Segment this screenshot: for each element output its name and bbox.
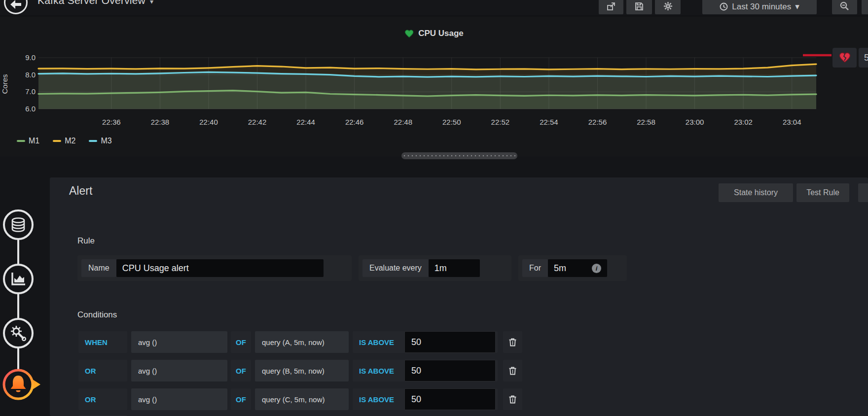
gear-wrench-icon [9, 324, 27, 342]
condition-of-label[interactable]: OF [231, 360, 251, 381]
legend-item-M2[interactable]: M2 [53, 137, 75, 145]
legend-label: M3 [101, 137, 111, 145]
series-line-M2 [38, 64, 816, 69]
alert-name-input[interactable]: CPU Usage alert [116, 259, 324, 277]
condition-threshold-input[interactable]: 50 [404, 360, 496, 381]
evaluate-every-input[interactable]: 1m [429, 259, 480, 277]
panel-title-text: CPU Usage [418, 29, 464, 38]
for-input[interactable]: 5m i [548, 259, 607, 277]
x-axis-tick: 22:40 [199, 118, 218, 126]
time-range-label: Last 30 minutes [732, 2, 791, 12]
y-axis-tick: 8.0 [13, 70, 36, 79]
dashboard-settings-button[interactable] [655, 0, 681, 14]
share-icon [607, 2, 615, 11]
legend-item-M3[interactable]: M3 [89, 137, 111, 145]
x-axis-tick: 22:52 [491, 118, 510, 126]
database-icon [10, 217, 27, 233]
sidebar-connector-line [17, 225, 19, 385]
legend-label: M2 [65, 137, 75, 145]
evaluate-every-label: Evaluate every [362, 259, 429, 277]
info-icon[interactable]: i [592, 264, 601, 273]
y-axis-tick: 7.0 [13, 87, 36, 96]
alert-threshold-value: 50 [859, 48, 868, 68]
name-label: Name [81, 259, 116, 277]
x-axis-tick: 23:04 [783, 118, 801, 126]
x-axis-tick: 22:38 [151, 118, 170, 126]
delete-button[interactable]: Delete [858, 183, 868, 202]
chart-legend: M1M2M3 [17, 137, 112, 145]
x-axis-tick: 23:02 [734, 118, 753, 126]
x-axis-tick: 23:00 [686, 118, 704, 126]
panel-resize-handle[interactable] [401, 152, 517, 159]
gear-icon [663, 1, 673, 11]
alert-section-title: Alert [69, 184, 92, 198]
panel-header[interactable]: CPU Usage [404, 29, 464, 38]
legend-swatch [89, 140, 97, 142]
state-history-button[interactable]: State history [719, 183, 793, 202]
condition-of-label[interactable]: OF [231, 388, 251, 410]
legend-swatch [53, 140, 61, 142]
back-arrow-icon [10, 0, 21, 9]
condition-operator[interactable]: IS ABOVE [353, 367, 404, 375]
share-button[interactable] [599, 0, 623, 14]
tab-queries[interactable] [3, 209, 34, 240]
visualization-graph-icon [10, 272, 26, 286]
alert-threshold-handle[interactable] [832, 48, 857, 68]
condition-aggregation-dropdown[interactable]: avg () [131, 360, 227, 381]
x-axis-tick: 22:48 [394, 118, 412, 126]
condition-threshold-input[interactable]: 50 [404, 331, 496, 353]
condition-keyword[interactable]: OR [78, 388, 127, 410]
y-axis-tick: 9.0 [13, 53, 36, 62]
refresh-button[interactable] [862, 0, 868, 14]
x-axis-tick: 22:42 [248, 118, 267, 126]
condition-query-dropdown[interactable]: query (B, 5m, now) [255, 360, 349, 381]
x-axis-tick: 22:50 [442, 118, 461, 126]
tab-visualization[interactable] [3, 264, 34, 294]
condition-query-dropdown[interactable]: query (A, 5m, now) [255, 331, 349, 353]
back-button[interactable] [4, 0, 28, 14]
condition-keyword[interactable]: OR [78, 360, 127, 381]
condition-threshold-input[interactable]: 50 [404, 388, 496, 410]
test-rule-button[interactable]: Test Rule [796, 183, 849, 202]
for-group: For 5m i [518, 255, 627, 281]
time-series-chart[interactable] [0, 49, 868, 123]
condition-operator[interactable]: IS ABOVE [353, 395, 404, 404]
top-nav-bar: Kafka Server Overview▾ [0, 0, 868, 16]
conditions-heading: Conditions [77, 310, 117, 320]
condition-operator-group: IS ABOVE 50 [353, 331, 498, 353]
alert-ok-heart-icon [404, 30, 414, 38]
zoom-out-button[interactable] [832, 0, 857, 14]
save-dashboard-button[interactable] [626, 0, 652, 14]
tab-general-settings[interactable] [3, 318, 34, 348]
legend-swatch [17, 140, 25, 142]
legend-item-M1[interactable]: M1 [17, 137, 39, 145]
trash-icon [509, 338, 516, 347]
condition-query-dropdown[interactable]: query (C, 5m, now) [255, 388, 349, 410]
time-range-picker[interactable]: Last 30 minutes ▾ [702, 0, 817, 14]
trash-icon [509, 395, 516, 404]
condition-aggregation-dropdown[interactable]: avg () [131, 331, 227, 353]
tab-alert[interactable] [0, 365, 43, 404]
save-icon [635, 2, 644, 11]
y-axis-tick: 6.0 [13, 104, 36, 113]
condition-operator-group: IS ABOVE 50 [353, 388, 498, 410]
evaluate-every-group: Evaluate every 1m [359, 255, 511, 281]
trash-icon [509, 367, 516, 375]
grafana-screen: Kafka Server Overview▾ [0, 0, 868, 416]
rule-name-group: Name CPU Usage alert [77, 255, 352, 281]
alert-editor-panel: Alert State history Test Rule Delete Rul… [50, 177, 868, 416]
x-axis-tick: 22:46 [345, 118, 364, 126]
delete-condition-button[interactable] [503, 360, 522, 381]
condition-aggregation-dropdown[interactable]: avg () [131, 388, 227, 410]
delete-condition-button[interactable] [503, 331, 522, 353]
condition-of-label[interactable]: OF [231, 331, 251, 353]
clock-icon [720, 2, 728, 11]
condition-operator-group: IS ABOVE 50 [353, 360, 498, 381]
dashboard-title: Kafka Server Overview [37, 0, 145, 6]
condition-keyword[interactable]: WHEN [78, 331, 127, 353]
condition-operator[interactable]: IS ABOVE [353, 338, 404, 347]
for-label: For [522, 259, 548, 277]
delete-condition-button[interactable] [503, 388, 522, 410]
dashboard-title-dropdown[interactable]: Kafka Server Overview▾ [37, 0, 153, 6]
rule-heading: Rule [77, 236, 95, 246]
